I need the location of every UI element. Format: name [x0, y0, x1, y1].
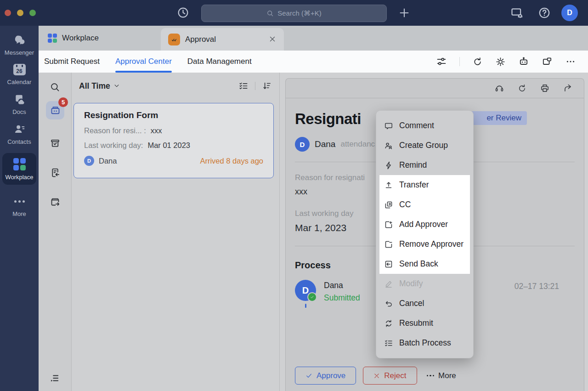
menu-item-cancel[interactable]: Cancel [376, 294, 473, 313]
submitter-avatar: D [84, 156, 94, 166]
menu-item-remind[interactable]: Remind [376, 155, 473, 175]
more-dots-icon [427, 375, 435, 377]
approval-tab-icon [168, 34, 180, 45]
window-zoom-button[interactable] [29, 10, 36, 16]
remind-lightning-icon [384, 161, 393, 170]
settings-gear-icon[interactable] [495, 57, 506, 67]
sidebar-item-more[interactable]: More [1, 195, 37, 217]
workplace-tab-icon [48, 34, 57, 43]
sidebar-item-messenger[interactable]: Messenger [1, 34, 37, 56]
help-icon[interactable] [537, 6, 551, 20]
submitter-name: Dana [99, 157, 117, 165]
workplace-icon [13, 158, 26, 170]
sidebar-item-contacts[interactable]: Contacts [1, 123, 37, 145]
print-icon[interactable] [540, 83, 550, 93]
sidebar-item-label: Contacts [7, 138, 31, 145]
menu-item-create-group[interactable]: Create Group [376, 136, 473, 155]
filter-sliders-icon[interactable] [436, 56, 447, 67]
new-tab-icon[interactable] [398, 6, 411, 19]
collapse-panel-icon[interactable] [50, 373, 61, 384]
card-field-row: Last working day:Mar 01 2023 [84, 141, 263, 150]
card-field-row: Reason for resi... :xxx [84, 126, 263, 135]
menu-item-modify: Modify [376, 274, 473, 294]
pending-inbox-icon [50, 105, 61, 116]
nav-data-management[interactable]: Data Management [187, 51, 252, 73]
sidebar-item-label: Calendar [7, 79, 32, 85]
reject-button[interactable]: Reject [363, 367, 417, 385]
rail-sent-icon[interactable] [50, 197, 61, 208]
step-status: Submitted [324, 293, 360, 303]
menu-item-transfer[interactable]: Transfer [379, 175, 470, 195]
time-filter-dropdown[interactable]: All Time [79, 81, 120, 91]
arrived-label: Arrived 8 days ago [200, 157, 263, 165]
device-notification-icon[interactable] [510, 6, 524, 20]
action-bar: Approve Reject More [295, 367, 456, 385]
top-bar: Search (⌘+K) D [0, 0, 588, 26]
sidebar-item-docs[interactable]: Docs [1, 93, 37, 115]
tab-workplace[interactable]: Workplace [39, 26, 161, 51]
tab-approval[interactable]: Approval [161, 28, 284, 51]
menu-item-resubmit[interactable]: Resubmit [376, 313, 473, 333]
approval-card-resignation[interactable]: Resignation Form Reason for resi... :xxx… [74, 103, 274, 178]
calendar-icon: 26 [13, 64, 26, 75]
menu-item-cc[interactable]: CC [379, 195, 470, 215]
resubmit-cycle-icon [384, 319, 393, 328]
pending-count-badge: 5 [58, 97, 68, 107]
contacts-icon [13, 123, 26, 135]
user-avatar[interactable]: D [561, 5, 578, 21]
sidebar-item-label: Docs [12, 108, 26, 115]
support-headset-icon[interactable] [494, 83, 504, 93]
rail-received-icon[interactable] [50, 167, 61, 178]
menu-item-add-approver[interactable]: Add Approver [379, 215, 470, 234]
rail-processed-icon[interactable] [50, 138, 61, 149]
refresh-icon[interactable] [472, 57, 483, 67]
refresh-detail-icon[interactable] [517, 84, 527, 93]
more-options-icon[interactable] [565, 56, 576, 67]
sidebar-item-workplace[interactable]: Workplace [2, 153, 36, 185]
menu-item-comment[interactable]: Comment [376, 116, 473, 136]
toolbar-divider [459, 57, 460, 66]
toolbar-divider [255, 82, 255, 90]
chevron-down-icon [113, 83, 120, 89]
share-icon[interactable] [563, 83, 573, 93]
search-placeholder: Search (⌘+K) [277, 9, 321, 17]
sidebar-item-label: Messenger [5, 49, 34, 56]
docs-icon [13, 93, 26, 105]
nav-approval-center[interactable]: Approval Center [115, 51, 172, 73]
sidebar-item-calendar[interactable]: 26 Calendar [1, 64, 37, 85]
step-done-check-icon [307, 292, 317, 302]
approve-button[interactable]: Approve [295, 367, 356, 385]
card-title: Resignation Form [84, 110, 263, 120]
window-close-button[interactable] [5, 10, 11, 16]
step-avatar: D [295, 280, 316, 301]
menu-group: Modify Cancel Resubmit Batch Process [376, 274, 473, 353]
requester-name: Dana [315, 139, 335, 149]
sort-icon[interactable] [262, 81, 272, 91]
batch-process-icon [384, 339, 393, 348]
menu-item-send-back[interactable]: Send Back [379, 254, 470, 274]
requester-department: attendanc [340, 140, 375, 149]
menu-group: Comment Create Group Remind [376, 116, 473, 175]
more-actions-button[interactable]: More [427, 371, 456, 380]
sidebar-item-label: More [12, 210, 26, 217]
rail-search-icon[interactable] [50, 82, 60, 92]
tab-strip: Workplace Approval [39, 26, 588, 51]
menu-item-batch-process[interactable]: Batch Process [376, 333, 473, 353]
window-layout-icon[interactable] [542, 56, 553, 67]
app-sidebar: Messenger 26 Calendar Docs Contacts Work… [0, 26, 39, 391]
more-actions-menu: Comment Create Group Remind Transfer CC … [376, 110, 474, 358]
bot-icon[interactable] [518, 56, 529, 67]
nav-submit-request[interactable]: Submit Request [44, 51, 100, 73]
window-minimize-button[interactable] [17, 10, 23, 16]
add-approver-icon [384, 220, 393, 229]
search-icon [266, 10, 274, 17]
search-input[interactable]: Search (⌘+K) [201, 5, 387, 22]
multi-select-icon[interactable] [238, 81, 249, 91]
rail-pending-approvals[interactable]: 5 [46, 101, 64, 119]
menu-item-remove-approver[interactable]: Remove Approver [379, 234, 470, 254]
create-group-icon [384, 141, 393, 150]
approval-rail: 5 [39, 73, 72, 391]
close-tab-icon[interactable] [268, 35, 277, 43]
detail-toolbar [286, 79, 584, 98]
history-icon[interactable] [176, 6, 190, 19]
